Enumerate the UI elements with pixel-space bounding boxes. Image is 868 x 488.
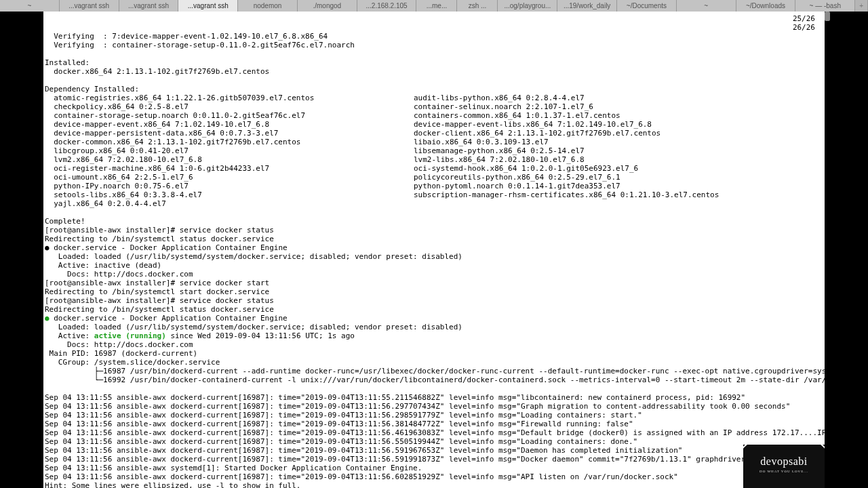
tab-11[interactable]: ~/Documents	[617, 0, 677, 12]
log-line: Sep 04 13:11:56 ansible-awx dockerd-curr…	[45, 437, 637, 446]
dep-row: libcgroup.x86_64 0:0.41-20.el7libsemanag…	[45, 146, 585, 155]
terminal-output[interactable]: 25/2626/26 Verifying : 7:device-mapper-e…	[43, 12, 825, 488]
log-line: Sep 04 13:11:56 ansible-awx dockerd-curr…	[45, 420, 633, 428]
dep-row: python-IPy.noarch 0:0.75-6.el7python-pyt…	[45, 182, 620, 190]
output-line: ├─16987 /usr/bin/dockerd-current --add-r…	[45, 367, 825, 375]
output-line: Verifying : 7:device-mapper-event-1.02.1…	[45, 32, 328, 41]
log-line: Sep 04 13:11:56 ansible-awx dockerd-curr…	[45, 446, 682, 455]
tab-4[interactable]: nodemon	[238, 0, 298, 12]
tab-0[interactable]: ~	[0, 0, 60, 12]
tab-10[interactable]: ...19/work_daily	[557, 0, 617, 12]
output-line: Main PID: 16987 (dockerd-current)	[45, 349, 197, 358]
tab-1[interactable]: ...vagrant ssh	[60, 0, 119, 12]
output-line: Complete!	[45, 217, 85, 226]
prompt-line: [root@ansible-awx installer]# service do…	[45, 296, 274, 305]
log-line: Sep 04 13:11:56 ansible-awx systemd[1]: …	[45, 464, 422, 472]
new-tab-button[interactable]: +	[855, 0, 868, 12]
tab-bar: ~...vagrant ssh...vagrant ssh...vagrant …	[0, 0, 868, 12]
scrollbar-thumb[interactable]	[825, 12, 830, 21]
status-bullet-icon: ●	[45, 314, 54, 323]
tab-5[interactable]: ./mongod	[298, 0, 357, 12]
dep-row: setools-libs.x86_64 0:3.3.8-4.el7subscri…	[45, 190, 719, 199]
output-line: Redirecting to /bin/systemctl status doc…	[45, 235, 274, 243]
dep-row: lvm2.x86_64 7:2.02.180-10.el7_6.8lvm2-li…	[45, 155, 585, 164]
log-line: Sep 04 13:11:55 ansible-awx dockerd-curr…	[45, 393, 745, 402]
tab-8[interactable]: zsh ...	[457, 0, 498, 12]
hint-line: Hint: Some lines were ellipsized, use -l…	[45, 481, 301, 488]
dep-row: docker-common.x86_64 2:1.13.1-102.git7f2…	[45, 138, 549, 146]
dep-row: device-mapper-event.x86_64 7:1.02.149-10…	[45, 120, 652, 129]
service-line: ● docker.service - Docker Application Co…	[45, 243, 288, 252]
log-line: Sep 04 13:11:56 ansible-awx dockerd-curr…	[45, 411, 642, 420]
tab-6[interactable]: ...2.168.2.105	[357, 0, 417, 12]
dep-row: oci-register-machine.x86_64 1:0-6.git2b4…	[45, 164, 638, 173]
tab-14[interactable]: ~ — -bash	[795, 0, 855, 12]
output-line: Docs: http://docs.docker.com	[45, 270, 193, 279]
tab-3[interactable]: ...vagrant ssh	[178, 0, 238, 12]
tab-13[interactable]: ~/Downloads	[736, 0, 796, 12]
tab-7[interactable]: ...me...	[416, 0, 457, 12]
watermark-logo: devopsabi DO WHAT YOU LOVE...	[743, 445, 825, 488]
output-line: Dependency Installed:	[45, 85, 139, 94]
log-line: Sep 04 13:11:56 ansible-awx dockerd-curr…	[45, 455, 825, 464]
prompt-line: [root@ansible-awx installer]# service do…	[45, 226, 274, 235]
output-line: docker.x86_64 2:1.13.1-102.git7f2769b.el…	[45, 67, 269, 76]
progress-counter: 25/2626/26	[793, 14, 815, 32]
dep-row: oci-umount.x86_64 2:2.5-1.el7_6policycor…	[45, 173, 620, 182]
output-line: Loaded: loaded (/usr/lib/systemd/system/…	[45, 252, 462, 261]
log-line: Sep 04 13:11:56 ansible-awx dockerd-curr…	[45, 472, 678, 481]
dep-row: container-storage-setup.noarch 0:0.11.0-…	[45, 111, 620, 120]
dep-row: checkpolicy.x86_64 0:2.5-8.el7container-…	[45, 102, 593, 111]
output-line: Docs: http://docs.docker.com	[45, 340, 193, 349]
log-line: Sep 04 13:11:56 ansible-awx dockerd-curr…	[45, 402, 790, 411]
tab-9[interactable]: ...og/playgrou...	[498, 0, 557, 12]
active-line: Active: active (running) since Wed 2019-…	[45, 331, 355, 340]
prompt-line: [root@ansible-awx installer]# service do…	[45, 279, 269, 287]
log-line: Sep 04 13:11:56 ansible-awx dockerd-curr…	[45, 428, 825, 437]
output-line: └─16992 /usr/bin/docker-containerd-curre…	[45, 375, 825, 384]
output-line: Redirecting to /bin/systemctl status doc…	[45, 305, 274, 314]
status-active: active (running)	[94, 331, 166, 340]
output-line: Active: inactive (dead)	[45, 261, 161, 270]
dep-row: yajl.x86_64 0:2.0.4-4.el7	[45, 199, 166, 208]
service-line: ● docker.service - Docker Application Co…	[45, 314, 288, 323]
output-line: Loaded: loaded (/usr/lib/systemd/system/…	[45, 323, 462, 331]
dep-row: atomic-registries.x86_64 1:1.22.1-26.git…	[45, 94, 585, 102]
output-line: CGroup: /system.slice/docker.service	[45, 358, 220, 367]
output-line: Redirecting to /bin/systemctl start dock…	[45, 287, 269, 296]
output-line: Verifying : container-storage-setup-0.11…	[45, 41, 355, 49]
output-line: Installed:	[45, 58, 90, 67]
tab-2[interactable]: ...vagrant ssh	[119, 0, 179, 12]
status-bullet-icon: ●	[45, 243, 54, 252]
dep-row: device-mapper-persistent-data.x86_64 0:0…	[45, 129, 660, 138]
tab-12[interactable]: ~	[677, 0, 736, 12]
